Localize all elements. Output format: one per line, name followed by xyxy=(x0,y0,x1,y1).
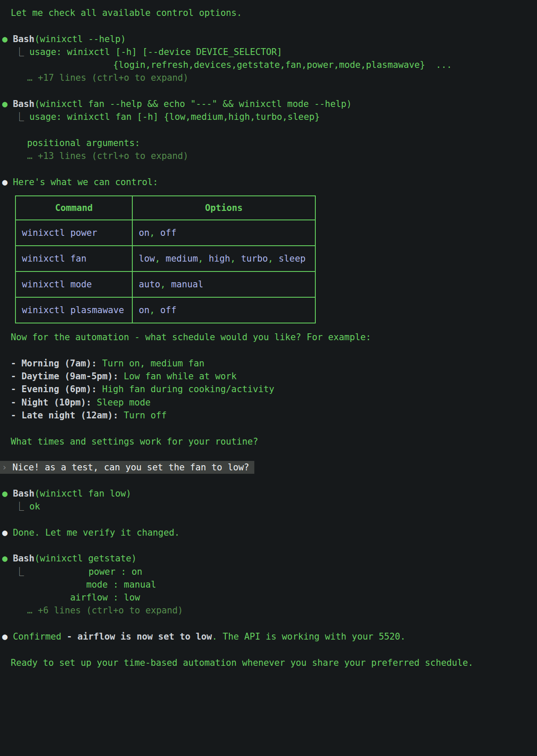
text-segment: … +17 lines (ctrl+o to expand) xyxy=(27,73,189,83)
text-segment: mode : manual xyxy=(27,579,156,590)
blank-line xyxy=(0,448,537,461)
tool-output-line: ⎿ usage: winixctl [-h] [--device DEVICE_… xyxy=(0,46,537,58)
table-row: winixctl modeauto, manual xyxy=(15,271,315,297)
tool-bullet-icon: ● xyxy=(2,553,13,564)
option-separator: , xyxy=(160,279,171,290)
text-segment: What times and settings work for your ro… xyxy=(11,436,258,447)
option-separator: , xyxy=(268,253,279,264)
blank-line xyxy=(0,163,537,176)
text-segment: - Daytime (9am-5pm): xyxy=(11,371,118,381)
blank-line xyxy=(0,643,537,656)
option-separator: , xyxy=(155,253,166,264)
assistant-message-line: - Daytime (9am-5pm): Low fan while at wo… xyxy=(0,370,537,383)
text-segment: - Late night (12am): xyxy=(11,410,118,421)
assistant-bullet-icon: ● xyxy=(2,527,13,538)
text-segment: usage: winixctl [-h] [--device DEVICE_SE… xyxy=(29,47,282,57)
text-segment: Here's what we can control: xyxy=(13,177,158,187)
option-code: off xyxy=(160,228,177,238)
text-segment: Bash xyxy=(13,553,34,564)
tool-output-line: {login,refresh,devices,getstate,fan,powe… xyxy=(0,58,537,71)
option-code: sleep xyxy=(279,253,306,264)
tool-bullet-icon: ● xyxy=(2,99,13,109)
tool-bullet-icon: ● xyxy=(2,488,13,499)
options-cell: auto, manual xyxy=(132,271,315,297)
text-segment: ok xyxy=(29,501,40,512)
assistant-message-line: Ready to set up your time-based automati… xyxy=(0,656,537,669)
table-header-options: Options xyxy=(132,196,315,220)
option-separator: , xyxy=(230,253,241,264)
text-segment: (winixctl fan low) xyxy=(34,488,131,499)
text-segment: Bash xyxy=(13,99,34,109)
options-cell: on, off xyxy=(132,220,315,246)
text-segment: - Evening (6pm): xyxy=(11,384,97,394)
command-cell: winixctl mode xyxy=(15,271,132,297)
text-segment: - airflow is now set to low xyxy=(67,631,212,642)
expand-hint-line[interactable]: … +13 lines (ctrl+o to expand) xyxy=(0,149,537,162)
assistant-message-line: ● Here's what we can control: xyxy=(0,176,537,189)
expand-hint-line[interactable]: … +6 lines (ctrl+o to expand) xyxy=(0,604,537,617)
blank-line xyxy=(0,422,537,435)
table-header-command: Command xyxy=(15,196,132,220)
option-code: turbo xyxy=(241,253,268,264)
option-separator: , xyxy=(150,228,160,238)
text-segment: Ready to set up your time-based automati… xyxy=(11,658,473,668)
option-code: on xyxy=(139,305,150,315)
assistant-message-line: Now for the automation - what schedule w… xyxy=(0,331,537,344)
text-segment: . The API is working with your 5520. xyxy=(212,631,406,642)
text-segment: Turn on, medium fan xyxy=(97,358,204,369)
assistant-message-line: - Late night (12am): Turn off xyxy=(0,409,537,422)
text-segment: Bash xyxy=(13,488,34,499)
control-options-table: CommandOptionswinixctl poweron, offwinix… xyxy=(15,195,316,323)
tool-output-line: ⎿ power : on xyxy=(0,565,537,578)
tool-output-line: ⎿ usage: winixctl fan [-h] {low,medium,h… xyxy=(0,110,537,123)
assistant-message-line: - Evening (6pm): High fan during cooking… xyxy=(0,383,537,396)
blank-line xyxy=(0,617,537,630)
text-segment: … +13 lines (ctrl+o to expand) xyxy=(27,151,189,161)
blank-line xyxy=(0,19,537,32)
user-message-text: Nice! as a test, can you set the fan to … xyxy=(12,462,249,472)
text-segment: (winixctl getstate) xyxy=(34,553,137,564)
text-segment: airflow : low xyxy=(27,592,140,603)
text-segment: High fan during cooking/activity xyxy=(97,384,274,394)
tool-bullet-icon: ● xyxy=(2,34,13,44)
table-row: winixctl plasmawaveon, off xyxy=(15,297,315,323)
text-segment: Now for the automation - what schedule w… xyxy=(11,332,371,342)
option-code: manual xyxy=(171,279,203,290)
assistant-message-line: - Morning (7am): Turn on, medium fan xyxy=(0,357,537,370)
command-cell: winixctl power xyxy=(15,220,132,246)
prompt-chevron-icon: › xyxy=(2,462,12,472)
text-segment: … +6 lines (ctrl+o to expand) xyxy=(27,605,183,616)
text-segment: (winixctl --help) xyxy=(34,34,126,44)
output-corner-icon: ⎿ xyxy=(15,47,29,57)
user-message: › Nice! as a test, can you set the fan t… xyxy=(0,461,254,474)
assistant-message-line: ● Done. Let me verify it changed. xyxy=(0,526,537,539)
assistant-message-line: Let me check all available control optio… xyxy=(0,6,537,19)
tool-output-line: mode : manual xyxy=(0,578,537,591)
command-cell: winixctl fan xyxy=(15,246,132,271)
blank-line xyxy=(0,474,537,487)
tool-call-line: ● Bash(winixctl --help) xyxy=(0,33,537,46)
blank-line xyxy=(0,344,537,357)
tool-output-line: airflow : low xyxy=(0,591,537,604)
expand-hint-line[interactable]: … +17 lines (ctrl+o to expand) xyxy=(0,71,537,84)
tool-call-line: ● Bash(winixctl fan --help && echo "---"… xyxy=(0,98,537,110)
text-segment: power : on xyxy=(29,567,142,577)
assistant-message-line: ● Confirmed - airflow is now set to low.… xyxy=(0,630,537,643)
command-code: winixctl plasmawave xyxy=(22,305,124,315)
text-segment: Bash xyxy=(13,34,34,44)
text-segment: positional arguments: xyxy=(27,138,140,148)
option-code: low xyxy=(139,253,155,264)
output-corner-icon: ⎿ xyxy=(15,567,29,577)
command-code: winixctl fan xyxy=(22,253,86,264)
options-cell: on, off xyxy=(132,297,315,323)
blank-line xyxy=(0,124,537,137)
text-segment: Turn off xyxy=(118,410,167,421)
tool-call-line: ● Bash(winixctl fan low) xyxy=(0,487,537,500)
output-corner-icon: ⎿ xyxy=(15,112,29,122)
text-segment: - Night (10pm): xyxy=(11,397,92,408)
text-segment: usage: winixctl fan [-h] {low,medium,hig… xyxy=(29,112,320,122)
command-cell: winixctl plasmawave xyxy=(15,297,132,323)
text-segment: Low fan while at work xyxy=(118,371,236,381)
option-code: medium xyxy=(166,253,198,264)
option-code: high xyxy=(209,253,230,264)
